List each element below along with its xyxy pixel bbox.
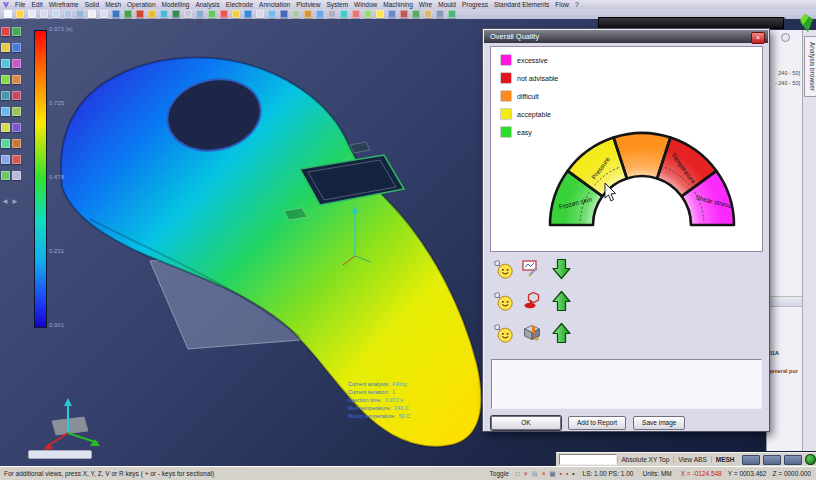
toolbar-icon[interactable] (376, 10, 384, 18)
toolbar-icon[interactable] (352, 10, 360, 18)
menu-item[interactable]: Electrode (226, 1, 253, 8)
view-abs-button[interactable]: View ABS (673, 456, 710, 463)
toolbar-icon[interactable] (292, 10, 300, 18)
mesh-mode-button[interactable]: MESH (711, 456, 739, 463)
status-toggle-icon[interactable]: × (524, 470, 528, 478)
arrow-right-icon[interactable]: ► (11, 197, 19, 206)
toolbar-icon[interactable] (280, 10, 288, 18)
toolbar-icon[interactable] (388, 10, 396, 18)
toolbar-icon[interactable] (64, 10, 72, 18)
toolbar-icon[interactable] (436, 10, 444, 18)
menu-item[interactable]: System (326, 1, 348, 8)
toolbar-icon[interactable] (208, 10, 216, 18)
menu-item[interactable]: Solid (85, 1, 99, 8)
view-toggle-button[interactable] (742, 455, 760, 465)
arrow-left-icon[interactable]: ◄ (1, 197, 9, 206)
side-toolbar-icon[interactable] (12, 139, 21, 148)
toolbar-icon[interactable] (364, 10, 372, 18)
toolbar-icon[interactable] (304, 10, 312, 18)
side-toolbar-icon[interactable] (1, 171, 10, 180)
toolbar-icon[interactable] (40, 10, 48, 18)
side-toolbar-icon[interactable] (1, 75, 10, 84)
side-toolbar-icon[interactable] (1, 155, 10, 164)
menu-item[interactable]: Window (354, 1, 377, 8)
toolbar-icon[interactable] (340, 10, 348, 18)
side-toolbar-icon[interactable] (1, 43, 10, 52)
toolbar-icon[interactable] (268, 10, 276, 18)
absolute-xy-top-button[interactable]: Absolute XY Top (617, 456, 674, 463)
status-toggle-icon[interactable]: • (572, 470, 574, 478)
add-to-report-button[interactable]: Add to Report (568, 416, 626, 430)
status-toggle-icon[interactable]: ▤ (532, 470, 538, 478)
toolbar-icon[interactable] (112, 10, 120, 18)
toolbar-icon[interactable] (328, 10, 336, 18)
menu-item[interactable]: Edit (31, 1, 42, 8)
toolbar-icon[interactable] (256, 10, 264, 18)
workplane-combo[interactable] (559, 454, 617, 465)
toolbar-icon[interactable] (124, 10, 132, 18)
side-toolbar-icon[interactable] (1, 107, 10, 116)
side-toolbar-icon[interactable] (1, 123, 10, 132)
toolbar-icon[interactable] (136, 10, 144, 18)
toolbar-icon[interactable] (244, 10, 252, 18)
save-image-button[interactable]: Save image (633, 416, 685, 430)
side-toolbar-icon[interactable] (12, 171, 21, 180)
menu-item[interactable]: Flow (555, 1, 569, 8)
menu-item[interactable]: Progress (462, 1, 488, 8)
menu-item[interactable]: Annotation (259, 1, 290, 8)
menu-item[interactable]: Plotview (296, 1, 320, 8)
toolbar-icon[interactable] (76, 10, 84, 18)
close-icon[interactable]: × (782, 15, 786, 22)
toolbar-icon[interactable] (232, 10, 240, 18)
menu-item[interactable]: Operation (127, 1, 156, 8)
menu-item[interactable]: ? (575, 1, 579, 8)
pin-icon[interactable]: ▪ (777, 15, 779, 22)
view-toggle-button[interactable] (784, 455, 802, 465)
side-toolbar-icon[interactable] (12, 43, 21, 52)
toolbar-icon[interactable] (160, 10, 168, 18)
menu-item[interactable]: Wire (419, 1, 432, 8)
side-toolbar-icon[interactable] (1, 91, 10, 100)
toolbar-icon[interactable] (88, 10, 96, 18)
menu-item[interactable]: Analysis (195, 1, 219, 8)
toolbar-icon[interactable] (400, 10, 408, 18)
side-toolbar-icon[interactable] (12, 75, 21, 84)
toolbar-icon[interactable] (220, 10, 228, 18)
side-toolbar-icon[interactable] (1, 27, 10, 36)
toolbar-icon[interactable] (412, 10, 420, 18)
side-toolbar-icon[interactable] (12, 91, 21, 100)
menu-item[interactable]: Mesh (105, 1, 121, 8)
toggle-label[interactable]: Toggle (490, 470, 509, 477)
side-toolbar-icon[interactable] (1, 139, 10, 148)
toolbar-icon[interactable] (196, 10, 204, 18)
toolbar-icon[interactable] (172, 10, 180, 18)
menu-item[interactable]: Mould (438, 1, 456, 8)
status-toggle-icon[interactable]: ▪ (566, 470, 568, 478)
side-toolbar-icon[interactable] (12, 27, 21, 36)
menu-item[interactable]: Machining (383, 1, 413, 8)
menu-item[interactable]: File (15, 1, 25, 8)
menu-item[interactable]: Modelling (162, 1, 190, 8)
side-toolbar-icon[interactable] (12, 155, 21, 164)
analysis-browser-tab[interactable]: Analysis browser (804, 36, 816, 97)
side-toolbar-icon[interactable] (12, 59, 21, 68)
toolbar-icon[interactable] (424, 10, 432, 18)
menu-item[interactable]: Wireframe (49, 1, 79, 8)
status-indicator-icon[interactable] (805, 454, 816, 465)
ok-button[interactable]: OK (491, 416, 561, 430)
toolbar-icon[interactable] (316, 10, 324, 18)
toolbar-icon[interactable] (184, 10, 192, 18)
menu-item[interactable]: Standard Elements (494, 1, 549, 8)
toolbar-icon[interactable] (16, 10, 24, 18)
gear-icon[interactable] (781, 33, 790, 42)
toolbar-icon[interactable] (148, 10, 156, 18)
dialog-close-button[interactable]: × (751, 32, 765, 44)
toolbar-icon[interactable] (4, 10, 12, 18)
dialog-titlebar[interactable]: Overall Quality × (484, 30, 768, 43)
toolbar-icon[interactable] (100, 10, 108, 18)
status-toggle-icon[interactable]: × (542, 470, 546, 478)
side-toolbar-icon[interactable] (1, 59, 10, 68)
status-toggle-icon[interactable]: ▪ (560, 470, 562, 478)
view-toggle-button[interactable] (763, 455, 781, 465)
toolbar-icon[interactable] (52, 10, 60, 18)
